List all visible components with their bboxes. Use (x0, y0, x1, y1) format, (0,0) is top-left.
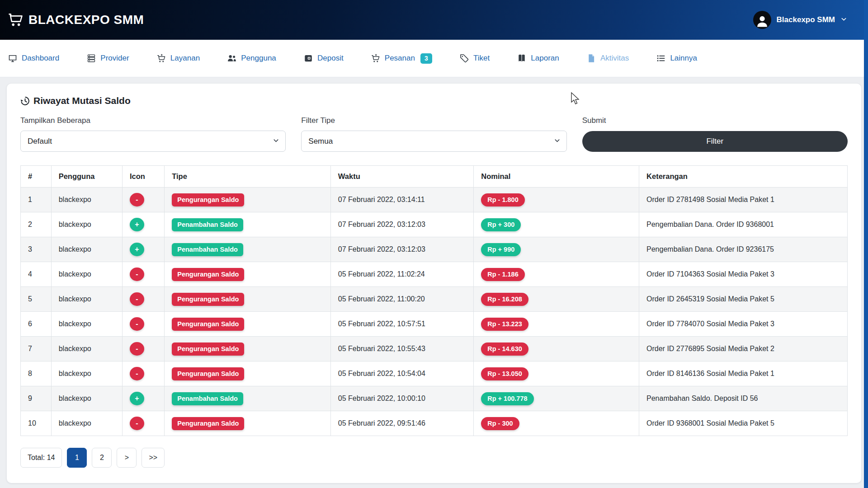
row-direction-icon: - (122, 287, 164, 312)
row-keterangan: Order ID 7784070 Sosial Media Paket 3 (639, 312, 848, 337)
nav-item-pesanan[interactable]: Pesanan3 (371, 53, 432, 64)
file-icon (587, 54, 596, 63)
row-number: 6 (21, 312, 52, 337)
row-pengguna: blackexpo (51, 312, 122, 337)
nav-item-aktivitas[interactable]: Aktivitas (587, 54, 629, 63)
top-navbar: BLACKEXPO SMM Blackexpo SMM (0, 0, 868, 40)
row-pengguna: blackexpo (51, 188, 122, 212)
nav-item-label: Pengguna (241, 54, 276, 63)
filter-button[interactable]: Filter (582, 131, 848, 152)
table-row: 1blackexpo-Pengurangan Saldo07 Februari … (21, 188, 848, 212)
nav-item-laporan[interactable]: Laporan (517, 54, 559, 63)
page-button[interactable]: > (117, 448, 137, 468)
page-button[interactable]: 2 (92, 448, 112, 468)
row-direction-icon: + (130, 243, 144, 256)
nav-item-layanan[interactable]: Layanan (157, 54, 200, 63)
chevron-down-icon (840, 16, 847, 24)
row-number: 9 (21, 386, 52, 411)
row-direction-icon: - (122, 411, 164, 436)
filter-tipe-select[interactable]: Semua (301, 131, 566, 152)
column-header: Icon (122, 166, 164, 188)
table-row: 10blackexpo-Pengurangan Saldo05 Februari… (21, 411, 848, 436)
row-direction-icon: + (130, 392, 144, 405)
main-nav: DashboardProviderLayananPenggunaDepositP… (0, 40, 868, 77)
nav-list: DashboardProviderLayananPenggunaDepositP… (0, 53, 697, 64)
filter-tipe-group: Filter Tipe Semua (301, 116, 566, 152)
row-nominal-badge: Rp + 990 (474, 237, 639, 262)
row-direction-icon: - (122, 312, 164, 337)
brand: BLACKEXPO SMM (8, 13, 144, 27)
page-button[interactable]: Total: 14 (20, 448, 62, 468)
row-number: 2 (21, 212, 52, 237)
nav-item-dashboard[interactable]: Dashboard (8, 54, 59, 63)
row-direction-icon: - (122, 337, 164, 361)
row-pengguna: blackexpo (51, 361, 122, 386)
display-icon (8, 54, 17, 63)
mutation-table: #PenggunaIconTipeWaktuNominalKeterangan … (20, 165, 848, 436)
page-button-active[interactable]: 1 (67, 448, 87, 468)
person-icon (755, 14, 769, 28)
server-icon (87, 54, 96, 63)
row-keterangan: Order ID 9368001 Sosial Media Paket 5 (639, 411, 848, 436)
scrollbar[interactable] (864, 0, 868, 488)
row-tipe-badge: Penambahan Saldo (172, 392, 243, 405)
nav-item-tiket[interactable]: Tiket (460, 54, 490, 63)
column-header: Tipe (165, 166, 331, 188)
nav-item-pengguna[interactable]: Pengguna (227, 54, 276, 63)
row-keterangan: Pengembalian Dana. Order ID 9236175 (639, 237, 848, 262)
row-waktu: 05 Februari 2022, 11:00:20 (330, 287, 473, 312)
row-tipe-badge: Pengurangan Saldo (165, 411, 331, 436)
row-direction-icon: - (130, 292, 144, 306)
row-nominal-badge: Rp - 16.208 (474, 287, 639, 312)
column-header: Nominal (474, 166, 639, 188)
user-name: Blackexpo SMM (777, 15, 835, 24)
nav-item-label: Dashboard (22, 54, 59, 63)
nav-item-deposit[interactable]: Deposit (304, 54, 344, 63)
row-nominal-badge: Rp + 100.778 (474, 386, 639, 411)
row-nominal-badge: Rp - 13.223 (474, 312, 639, 337)
row-tipe-badge: Pengurangan Saldo (172, 293, 244, 306)
nav-item-label: Aktivitas (600, 54, 629, 63)
row-number: 10 (21, 411, 52, 436)
row-tipe-badge: Pengurangan Saldo (165, 287, 331, 312)
row-direction-icon: - (122, 188, 164, 212)
row-nominal-badge: Rp + 990 (481, 243, 521, 256)
row-nominal-badge: Rp - 13.050 (481, 367, 528, 380)
row-nominal-badge: Rp - 14.630 (481, 343, 528, 356)
brand-title: BLACKEXPO SMM (28, 13, 144, 27)
row-keterangan: Order ID 2776895 Sosial Media Paket 2 (639, 337, 848, 361)
table-row: 8blackexpo-Pengurangan Saldo05 Februari … (21, 361, 848, 386)
avatar (753, 11, 771, 29)
row-number: 8 (21, 361, 52, 386)
row-keterangan: Order ID 2781498 Sosial Media Paket 1 (639, 188, 848, 212)
show-count-select[interactable]: Default (20, 131, 286, 152)
row-direction-icon: + (122, 237, 164, 262)
row-nominal-badge: Rp + 100.778 (481, 392, 533, 405)
row-tipe-badge: Pengurangan Saldo (165, 262, 331, 287)
row-pengguna: blackexpo (51, 262, 122, 287)
card-icon (304, 54, 313, 63)
cart-plus-icon (157, 54, 166, 63)
user-menu[interactable]: Blackexpo SMM (753, 11, 847, 29)
row-pengguna: blackexpo (51, 386, 122, 411)
nav-item-lainnya[interactable]: Lainnya (656, 54, 697, 63)
row-tipe-badge: Pengurangan Saldo (172, 367, 244, 380)
page-button[interactable]: >> (142, 448, 165, 468)
content-area: Riwayat Mutasi Saldo Tampilkan Beberapa … (0, 77, 868, 488)
row-number: 4 (21, 262, 52, 287)
row-waktu: 05 Februari 2022, 09:51:46 (330, 411, 473, 436)
nav-item-provider[interactable]: Provider (87, 54, 129, 63)
table-row: 2blackexpo+Penambahan Saldo07 Februari 2… (21, 212, 848, 237)
mutation-history-card: Riwayat Mutasi Saldo Tampilkan Beberapa … (7, 84, 861, 483)
table-body: 1blackexpo-Pengurangan Saldo07 Februari … (21, 188, 848, 436)
row-keterangan: Order ID 7104363 Sosial Media Paket 3 (639, 262, 848, 287)
table-row: 3blackexpo+Penambahan Saldo07 Februari 2… (21, 237, 848, 262)
row-keterangan: Pengembalian Dana. Order ID 9368001 (639, 212, 848, 237)
book-icon (517, 54, 526, 63)
row-direction-icon: - (130, 417, 144, 430)
nav-item-label: Layanan (170, 54, 200, 63)
row-pengguna: blackexpo (51, 212, 122, 237)
row-tipe-badge: Pengurangan Saldo (172, 268, 244, 281)
table-row: 4blackexpo-Pengurangan Saldo05 Februari … (21, 262, 848, 287)
cart-icon (8, 13, 23, 27)
